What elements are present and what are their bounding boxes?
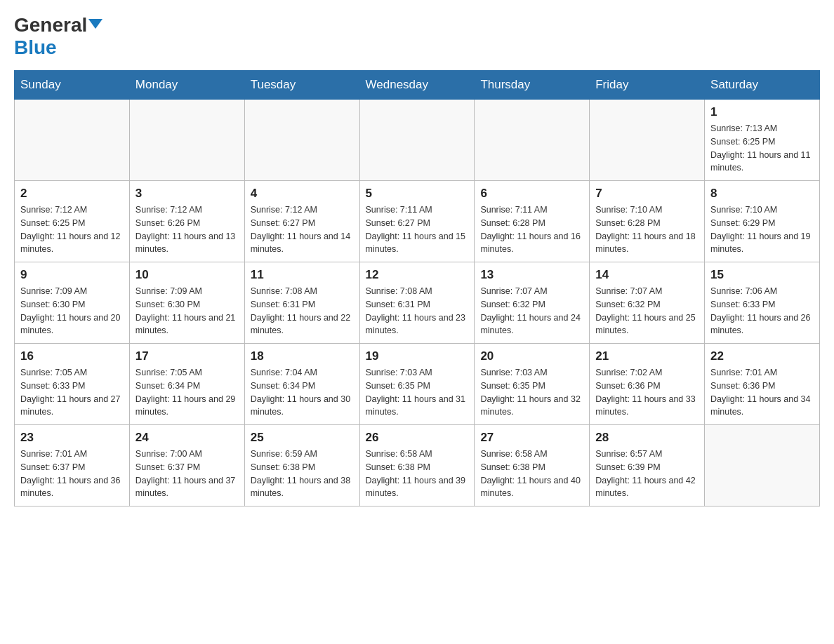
day-number: 21 bbox=[595, 349, 699, 363]
day-info: Sunrise: 7:10 AM Sunset: 6:29 PM Dayligh… bbox=[710, 203, 814, 256]
day-info: Sunrise: 7:05 AM Sunset: 6:34 PM Dayligh… bbox=[135, 366, 239, 419]
calendar-cell: 13Sunrise: 7:07 AM Sunset: 6:32 PM Dayli… bbox=[475, 262, 590, 344]
week-row-3: 9Sunrise: 7:09 AM Sunset: 6:30 PM Daylig… bbox=[15, 262, 820, 344]
weekday-header-saturday: Saturday bbox=[705, 71, 820, 100]
weekday-header-monday: Monday bbox=[129, 71, 244, 100]
logo-triangle-icon bbox=[88, 19, 102, 29]
day-number: 12 bbox=[366, 268, 469, 282]
calendar-cell: 5Sunrise: 7:11 AM Sunset: 6:27 PM Daylig… bbox=[359, 181, 475, 262]
day-info: Sunrise: 7:13 AM Sunset: 6:25 PM Dayligh… bbox=[710, 122, 814, 175]
day-number: 13 bbox=[480, 268, 583, 282]
day-info: Sunrise: 7:04 AM Sunset: 6:34 PM Dayligh… bbox=[251, 366, 354, 419]
calendar-cell bbox=[705, 425, 820, 507]
day-number: 8 bbox=[710, 187, 814, 201]
calendar-cell bbox=[129, 100, 244, 181]
calendar-cell: 15Sunrise: 7:06 AM Sunset: 6:33 PM Dayli… bbox=[705, 262, 820, 344]
calendar-cell: 20Sunrise: 7:03 AM Sunset: 6:35 PM Dayli… bbox=[475, 344, 590, 425]
week-row-5: 23Sunrise: 7:01 AM Sunset: 6:37 PM Dayli… bbox=[15, 425, 820, 507]
day-info: Sunrise: 7:03 AM Sunset: 6:35 PM Dayligh… bbox=[366, 366, 469, 419]
day-number: 18 bbox=[251, 349, 354, 363]
calendar-cell: 22Sunrise: 7:01 AM Sunset: 6:36 PM Dayli… bbox=[705, 344, 820, 425]
calendar-cell: 4Sunrise: 7:12 AM Sunset: 6:27 PM Daylig… bbox=[244, 181, 359, 262]
day-number: 16 bbox=[20, 349, 124, 363]
calendar-cell: 6Sunrise: 7:11 AM Sunset: 6:28 PM Daylig… bbox=[475, 181, 590, 262]
day-info: Sunrise: 7:10 AM Sunset: 6:28 PM Dayligh… bbox=[595, 203, 699, 256]
calendar-cell: 7Sunrise: 7:10 AM Sunset: 6:28 PM Daylig… bbox=[590, 181, 705, 262]
day-number: 24 bbox=[135, 431, 239, 445]
day-info: Sunrise: 7:02 AM Sunset: 6:36 PM Dayligh… bbox=[595, 366, 699, 419]
calendar-cell: 25Sunrise: 6:59 AM Sunset: 6:38 PM Dayli… bbox=[244, 425, 359, 507]
day-number: 19 bbox=[366, 349, 469, 363]
calendar-cell: 23Sunrise: 7:01 AM Sunset: 6:37 PM Dayli… bbox=[15, 425, 130, 507]
day-info: Sunrise: 7:12 AM Sunset: 6:25 PM Dayligh… bbox=[20, 203, 124, 256]
weekday-header-sunday: Sunday bbox=[15, 71, 130, 100]
day-info: Sunrise: 7:07 AM Sunset: 6:32 PM Dayligh… bbox=[480, 285, 583, 337]
day-info: Sunrise: 7:01 AM Sunset: 6:37 PM Dayligh… bbox=[20, 448, 124, 500]
week-row-2: 2Sunrise: 7:12 AM Sunset: 6:25 PM Daylig… bbox=[15, 181, 820, 262]
calendar-cell: 2Sunrise: 7:12 AM Sunset: 6:25 PM Daylig… bbox=[15, 181, 130, 262]
day-info: Sunrise: 7:07 AM Sunset: 6:32 PM Dayligh… bbox=[595, 285, 699, 337]
day-info: Sunrise: 6:59 AM Sunset: 6:38 PM Dayligh… bbox=[251, 448, 354, 500]
day-number: 2 bbox=[20, 187, 124, 201]
day-info: Sunrise: 7:11 AM Sunset: 6:27 PM Dayligh… bbox=[366, 203, 469, 256]
calendar-cell: 21Sunrise: 7:02 AM Sunset: 6:36 PM Dayli… bbox=[590, 344, 705, 425]
weekday-header-thursday: Thursday bbox=[475, 71, 590, 100]
logo: General Blue bbox=[14, 14, 102, 59]
calendar-cell bbox=[15, 100, 130, 181]
day-info: Sunrise: 7:11 AM Sunset: 6:28 PM Dayligh… bbox=[480, 203, 583, 256]
calendar-cell bbox=[590, 100, 705, 181]
weekday-header-row: SundayMondayTuesdayWednesdayThursdayFrid… bbox=[15, 71, 820, 100]
day-number: 25 bbox=[251, 431, 354, 445]
calendar-cell: 14Sunrise: 7:07 AM Sunset: 6:32 PM Dayli… bbox=[590, 262, 705, 344]
day-number: 26 bbox=[366, 431, 469, 445]
day-info: Sunrise: 7:12 AM Sunset: 6:26 PM Dayligh… bbox=[135, 203, 239, 256]
calendar-cell bbox=[475, 100, 590, 181]
day-number: 9 bbox=[20, 268, 124, 282]
week-row-1: 1Sunrise: 7:13 AM Sunset: 6:25 PM Daylig… bbox=[15, 100, 820, 181]
calendar-cell: 3Sunrise: 7:12 AM Sunset: 6:26 PM Daylig… bbox=[129, 181, 244, 262]
calendar-cell: 12Sunrise: 7:08 AM Sunset: 6:31 PM Dayli… bbox=[359, 262, 475, 344]
day-info: Sunrise: 7:05 AM Sunset: 6:33 PM Dayligh… bbox=[20, 366, 124, 419]
day-number: 10 bbox=[135, 268, 239, 282]
day-number: 7 bbox=[595, 187, 699, 201]
day-info: Sunrise: 6:58 AM Sunset: 6:38 PM Dayligh… bbox=[480, 448, 583, 500]
calendar-cell: 1Sunrise: 7:13 AM Sunset: 6:25 PM Daylig… bbox=[705, 100, 820, 181]
day-info: Sunrise: 7:09 AM Sunset: 6:30 PM Dayligh… bbox=[135, 285, 239, 337]
logo-blue: Blue bbox=[14, 36, 57, 58]
logo-text: General Blue bbox=[14, 14, 102, 59]
day-number: 5 bbox=[366, 187, 469, 201]
day-number: 1 bbox=[710, 105, 814, 119]
day-number: 6 bbox=[480, 187, 583, 201]
calendar-cell: 16Sunrise: 7:05 AM Sunset: 6:33 PM Dayli… bbox=[15, 344, 130, 425]
weekday-header-tuesday: Tuesday bbox=[244, 71, 359, 100]
calendar-cell: 17Sunrise: 7:05 AM Sunset: 6:34 PM Dayli… bbox=[129, 344, 244, 425]
day-number: 28 bbox=[595, 431, 699, 445]
weekday-header-wednesday: Wednesday bbox=[359, 71, 475, 100]
day-number: 17 bbox=[135, 349, 239, 363]
weekday-header-friday: Friday bbox=[590, 71, 705, 100]
day-info: Sunrise: 7:09 AM Sunset: 6:30 PM Dayligh… bbox=[20, 285, 124, 337]
day-number: 14 bbox=[595, 268, 699, 282]
day-info: Sunrise: 7:08 AM Sunset: 6:31 PM Dayligh… bbox=[251, 285, 354, 337]
calendar-cell: 10Sunrise: 7:09 AM Sunset: 6:30 PM Dayli… bbox=[129, 262, 244, 344]
calendar-cell: 28Sunrise: 6:57 AM Sunset: 6:39 PM Dayli… bbox=[590, 425, 705, 507]
day-info: Sunrise: 7:12 AM Sunset: 6:27 PM Dayligh… bbox=[251, 203, 354, 256]
day-number: 20 bbox=[480, 349, 583, 363]
day-number: 11 bbox=[251, 268, 354, 282]
day-info: Sunrise: 6:58 AM Sunset: 6:38 PM Dayligh… bbox=[366, 448, 469, 500]
day-info: Sunrise: 7:00 AM Sunset: 6:37 PM Dayligh… bbox=[135, 448, 239, 500]
calendar-cell: 11Sunrise: 7:08 AM Sunset: 6:31 PM Dayli… bbox=[244, 262, 359, 344]
day-number: 4 bbox=[251, 187, 354, 201]
logo-general: General bbox=[14, 14, 87, 36]
day-number: 23 bbox=[20, 431, 124, 445]
calendar-cell: 9Sunrise: 7:09 AM Sunset: 6:30 PM Daylig… bbox=[15, 262, 130, 344]
calendar-cell: 26Sunrise: 6:58 AM Sunset: 6:38 PM Dayli… bbox=[359, 425, 475, 507]
calendar-cell bbox=[359, 100, 475, 181]
day-info: Sunrise: 7:01 AM Sunset: 6:36 PM Dayligh… bbox=[710, 366, 814, 419]
day-number: 27 bbox=[480, 431, 583, 445]
day-info: Sunrise: 7:06 AM Sunset: 6:33 PM Dayligh… bbox=[710, 285, 814, 337]
week-row-4: 16Sunrise: 7:05 AM Sunset: 6:33 PM Dayli… bbox=[15, 344, 820, 425]
page-header: General Blue bbox=[14, 14, 820, 59]
day-info: Sunrise: 6:57 AM Sunset: 6:39 PM Dayligh… bbox=[595, 448, 699, 500]
calendar-cell bbox=[244, 100, 359, 181]
